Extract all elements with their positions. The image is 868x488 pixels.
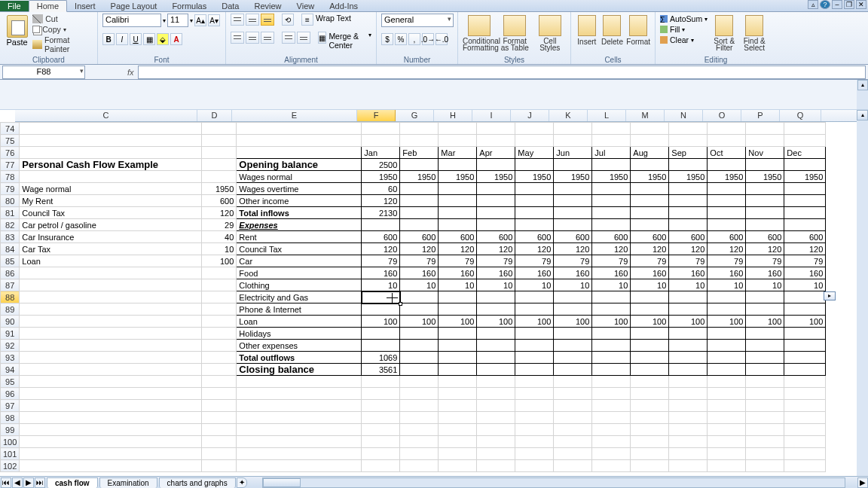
cell[interactable] — [746, 448, 784, 460]
cell[interactable] — [554, 352, 592, 364]
cell[interactable] — [515, 436, 554, 448]
cell[interactable] — [439, 303, 477, 316]
row-header[interactable]: 79 — [1, 183, 20, 195]
cell[interactable] — [400, 448, 439, 460]
paste-button[interactable]: Paste — [5, 14, 29, 47]
cell[interactable] — [202, 303, 237, 316]
cell[interactable] — [439, 352, 477, 364]
cell[interactable] — [554, 412, 592, 424]
cell[interactable] — [237, 436, 362, 448]
cell[interactable]: 160 — [592, 267, 631, 279]
cell[interactable] — [515, 195, 554, 207]
cell[interactable]: 120 — [515, 243, 554, 255]
cell[interactable] — [592, 207, 631, 219]
cell[interactable] — [708, 412, 746, 424]
cell[interactable]: Electricity and Gas — [237, 291, 362, 303]
cell[interactable]: 10 — [631, 279, 669, 291]
cell[interactable] — [708, 159, 746, 171]
cell[interactable] — [20, 412, 202, 424]
name-box[interactable]: F88▾ — [2, 66, 85, 79]
cell[interactable] — [784, 448, 826, 460]
row-header[interactable]: 100 — [1, 436, 20, 448]
tab-data[interactable]: Data — [214, 1, 246, 11]
column-header-G[interactable]: G — [396, 110, 434, 121]
cell[interactable] — [554, 436, 592, 448]
cell[interactable] — [708, 340, 746, 352]
cell[interactable] — [746, 195, 784, 207]
cells-table[interactable]: 747576JanFebMarAprMayJunJulAugSepOctNovD… — [0, 122, 826, 472]
cell[interactable]: 10 — [592, 279, 631, 291]
cell[interactable]: 100 — [202, 255, 237, 267]
cell[interactable]: 1069 — [362, 352, 400, 364]
cell[interactable]: Loan — [20, 255, 202, 267]
cell[interactable] — [202, 267, 237, 279]
border-button[interactable]: ▦ — [143, 33, 155, 45]
cell[interactable] — [592, 195, 631, 207]
sheet-tab-cashflow[interactable]: cash flow — [47, 477, 98, 488]
cell[interactable]: 1950 — [362, 171, 400, 183]
cell[interactable]: 10 — [554, 279, 592, 291]
cell[interactable] — [237, 448, 362, 460]
row-header[interactable]: 80 — [1, 195, 20, 207]
cell[interactable]: 120 — [708, 243, 746, 255]
cell[interactable] — [439, 123, 477, 135]
cell[interactable]: 600 — [708, 231, 746, 243]
autosum-button[interactable]: ΣAutoSum ▾ — [660, 14, 708, 24]
find-select-button[interactable]: Find & Select — [741, 14, 768, 51]
cell[interactable] — [592, 135, 631, 147]
cell[interactable]: 120 — [362, 243, 400, 255]
row-header[interactable]: 92 — [1, 340, 20, 352]
cell[interactable]: 79 — [669, 255, 708, 267]
cell[interactable]: 1950 — [202, 183, 237, 195]
cell[interactable] — [669, 364, 708, 376]
cell[interactable] — [20, 388, 202, 400]
cell[interactable]: 79 — [362, 255, 400, 267]
cell[interactable] — [708, 291, 746, 303]
tab-file[interactable]: File — [0, 1, 29, 11]
sheet-nav-last-icon[interactable]: ⏭ — [35, 477, 45, 488]
cell[interactable]: 10 — [362, 279, 400, 291]
cell[interactable] — [784, 328, 826, 340]
column-headers[interactable]: CDEFGHIJKLMNOPQ — [15, 110, 857, 122]
cell[interactable] — [400, 460, 439, 472]
cell[interactable] — [746, 219, 784, 231]
cell[interactable]: 10 — [439, 279, 477, 291]
cell[interactable] — [515, 183, 554, 195]
cell[interactable] — [631, 123, 669, 135]
cell[interactable]: 120 — [439, 243, 477, 255]
cell[interactable]: 160 — [554, 267, 592, 279]
cell[interactable] — [439, 183, 477, 195]
cell[interactable] — [554, 195, 592, 207]
cell[interactable]: 10 — [708, 279, 746, 291]
cell[interactable]: 160 — [708, 267, 746, 279]
cell[interactable] — [631, 352, 669, 364]
cell[interactable] — [515, 135, 554, 147]
column-header-C[interactable]: C — [15, 110, 197, 121]
cell[interactable]: 120 — [362, 195, 400, 207]
ribbon-minimize-icon[interactable]: ▵ — [808, 0, 818, 9]
cell[interactable] — [477, 400, 515, 412]
window-restore-icon[interactable]: ❐ — [844, 0, 854, 9]
cell[interactable] — [554, 183, 592, 195]
cell[interactable] — [400, 303, 439, 316]
cell[interactable] — [631, 340, 669, 352]
cell[interactable] — [202, 436, 237, 448]
cell[interactable]: 79 — [439, 255, 477, 267]
cell[interactable] — [202, 147, 237, 159]
cell[interactable]: Car petrol / gasoline — [20, 219, 202, 231]
cell[interactable] — [592, 412, 631, 424]
clear-button[interactable]: Clear ▾ — [660, 35, 708, 45]
cell[interactable] — [477, 303, 515, 316]
cell[interactable] — [746, 436, 784, 448]
cell[interactable] — [669, 207, 708, 219]
cell[interactable] — [784, 291, 826, 303]
cell[interactable]: Oct — [708, 147, 746, 159]
cell[interactable]: 600 — [746, 231, 784, 243]
cell[interactable] — [515, 159, 554, 171]
cell[interactable] — [631, 364, 669, 376]
tab-page-layout[interactable]: Page Layout — [103, 1, 165, 11]
row-header[interactable]: 85 — [1, 255, 20, 267]
cell[interactable] — [477, 135, 515, 147]
cell[interactable] — [631, 388, 669, 400]
cell[interactable] — [592, 376, 631, 388]
